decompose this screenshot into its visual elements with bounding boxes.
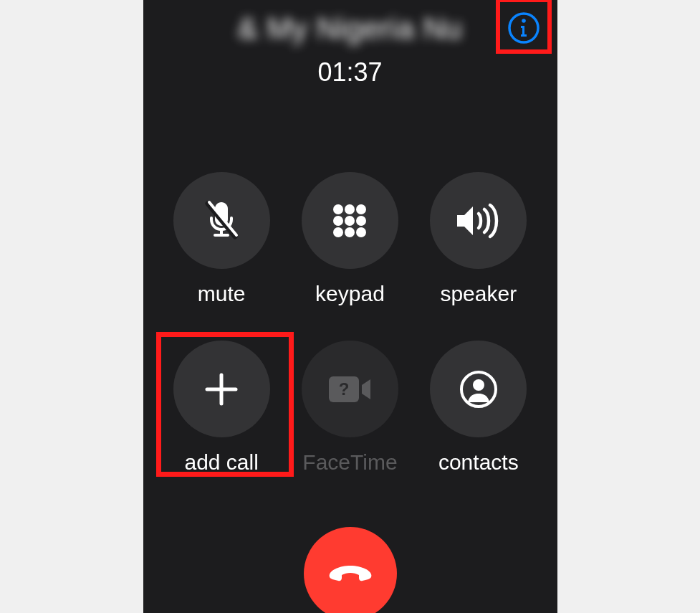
add-call-button[interactable]: add call — [173, 341, 270, 475]
keypad-icon — [330, 201, 370, 241]
mute-circle — [173, 172, 270, 269]
add-call-label: add call — [184, 450, 258, 475]
svg-point-6 — [333, 204, 343, 214]
contacts-circle — [430, 341, 527, 437]
svg-point-7 — [345, 204, 355, 214]
keypad-button[interactable]: keypad — [302, 172, 398, 306]
end-call-button[interactable] — [304, 527, 397, 613]
svg-text:?: ? — [339, 379, 350, 399]
phone-down-icon — [325, 563, 375, 584]
mute-icon — [201, 198, 242, 244]
mute-label: mute — [198, 282, 246, 306]
facetime-button[interactable]: ? FaceTime — [302, 341, 398, 475]
keypad-label: keypad — [315, 282, 385, 306]
speaker-label: speaker — [440, 282, 517, 306]
facetime-icon: ? — [326, 372, 373, 407]
facetime-label: FaceTime — [302, 450, 397, 475]
svg-point-20 — [473, 379, 484, 391]
end-call-container — [304, 527, 397, 613]
contacts-button[interactable]: contacts — [430, 341, 527, 475]
svg-point-12 — [333, 227, 343, 237]
speaker-icon — [454, 201, 503, 241]
mute-button[interactable]: mute — [173, 172, 270, 306]
svg-point-14 — [356, 227, 366, 237]
svg-point-9 — [333, 216, 343, 226]
call-header: & My Nigeria Nu 01:37 — [143, 0, 557, 87]
svg-point-13 — [345, 227, 355, 237]
svg-point-10 — [345, 216, 355, 226]
contacts-label: contacts — [438, 450, 519, 475]
controls-grid: mute keypad — [143, 172, 557, 475]
keypad-circle — [302, 172, 398, 269]
add-call-circle — [173, 341, 270, 437]
call-screen: & My Nigeria Nu 01:37 mute — [143, 0, 557, 613]
caller-name: & My Nigeria Nu — [143, 11, 557, 46]
svg-point-8 — [356, 204, 366, 214]
speaker-button[interactable]: speaker — [430, 172, 527, 306]
call-duration: 01:37 — [143, 57, 557, 87]
contacts-icon — [459, 369, 499, 409]
facetime-circle: ? — [302, 341, 398, 437]
plus-icon — [201, 369, 241, 409]
svg-point-11 — [356, 216, 366, 226]
speaker-circle — [430, 172, 527, 269]
